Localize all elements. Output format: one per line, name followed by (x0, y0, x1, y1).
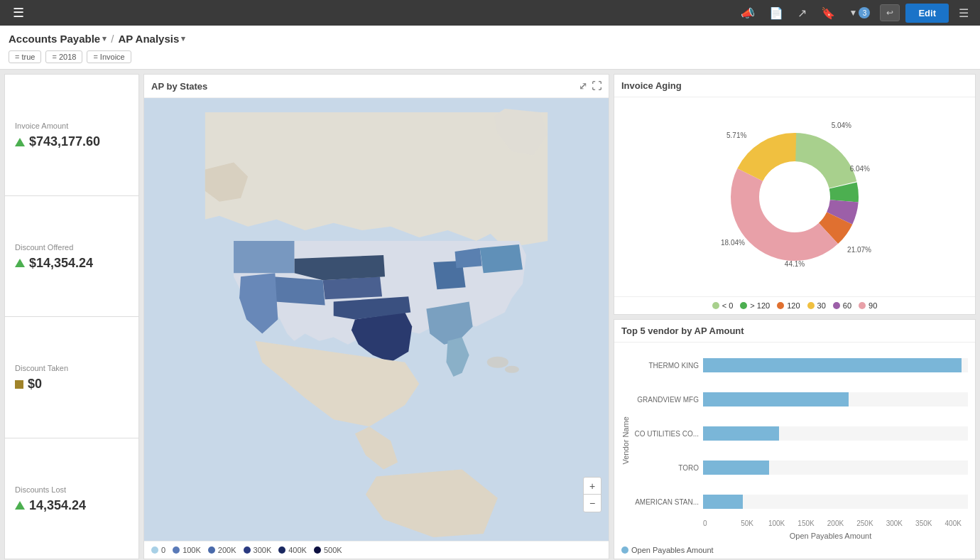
legend-label-0: 0 (161, 546, 165, 554)
aging-legend-120: 120 (777, 301, 800, 310)
map-fullscreen-icon[interactable]: ⛶ (592, 80, 601, 92)
bar-track-thermo (703, 358, 968, 372)
x-tick-400k: 400K (939, 519, 968, 527)
bar-label-thermo: THERMO KING (631, 362, 699, 370)
toolbar-left: ☰ (7, 2, 30, 23)
svg-point-2 (505, 366, 519, 373)
map-resize-icon[interactable]: ⤢ (579, 80, 587, 92)
aging-legend-60: 60 (833, 301, 851, 310)
megaphone-icon[interactable]: 📣 (736, 4, 759, 23)
breadcrumb: Accounts Payable ▾ / AP Analysis ▾ (9, 33, 971, 45)
x-axis-label: Open Payables Amount (693, 532, 968, 540)
kpi-discount-taken-label: Discount Taken (15, 364, 129, 372)
bar-chart: THERMO KING GRANDVIEW MFG (631, 350, 968, 519)
legend-dot-100k (173, 546, 180, 554)
x-tick-200k: 200K (821, 519, 850, 527)
kpi-discount-taken-value: $0 (15, 377, 129, 392)
aging-label-90: 90 (869, 301, 877, 310)
toolbar: ☰ 📣 📄 ↗ 🔖 ▼ 3 ↩ Edit ☰ (0, 0, 980, 26)
donut-label-lt0: 21.07% (847, 246, 871, 254)
menu-extra-icon[interactable]: ☰ (954, 4, 973, 23)
legend-label-500k: 500K (324, 546, 342, 554)
bar-track-american (703, 495, 968, 509)
bar-label-grandview: GRANDVIEW MFG (631, 396, 699, 404)
map-svg (144, 98, 609, 541)
x-tick-150k: 150K (791, 519, 820, 527)
legend-label-100k: 100K (183, 546, 201, 554)
y-axis-label: Vendor Name (621, 350, 631, 532)
bar-row-american: AMERICAN STAN... (631, 485, 968, 518)
edit-button[interactable]: Edit (905, 4, 949, 23)
x-tick-300k: 300K (880, 519, 909, 527)
legend-dot-500k (314, 546, 321, 554)
vendor-legend-dot (621, 546, 628, 554)
filter-chip-true[interactable]: = true (9, 50, 41, 63)
zoom-out-button[interactable]: − (584, 495, 601, 512)
x-axis-ticks: 0 50K 100K 150K 200K 250K 300K 350K 400K (703, 518, 968, 529)
aging-label-lt0: < 0 (722, 301, 734, 310)
zoom-in-button[interactable]: + (584, 478, 601, 495)
aging-dot-120 (777, 302, 784, 309)
legend-dot-300k (244, 546, 251, 554)
x-tick-250k: 250K (850, 519, 879, 527)
kpi-discount-offered: Discount Offered $14,354.24 (5, 196, 138, 318)
hamburger-menu-icon[interactable]: ☰ (7, 2, 30, 23)
legend-label-400k: 400K (288, 546, 307, 554)
bar-track-grandview (703, 392, 968, 406)
map-panel: AP by States ⤢ ⛶ (143, 74, 609, 559)
aging-panel-header: Invoice Aging (614, 75, 975, 97)
donut-hole (763, 165, 827, 229)
undo-button[interactable]: ↩ (880, 4, 900, 21)
breadcrumb-separator: / (111, 33, 114, 45)
document-icon[interactable]: 📄 (765, 4, 788, 23)
bookmark-icon[interactable]: 🔖 (817, 4, 839, 23)
kpi-discount-offered-value: $14,354.24 (15, 256, 129, 271)
discounts-lost-up-icon (15, 501, 25, 510)
aging-title: Invoice Aging (621, 80, 682, 91)
vendor-title: Top 5 vendor by AP Amount (621, 325, 744, 336)
filter-button[interactable]: ▼ 3 (845, 4, 875, 21)
aging-dot-lt0 (712, 302, 719, 309)
breadcrumb-page[interactable]: AP Analysis ▾ (118, 33, 185, 45)
bar-row-coutilities: CO UTILITIES CO... (631, 417, 968, 450)
aging-dot-90 (859, 302, 866, 309)
kpi-discounts-lost-value: 14,354.24 (15, 498, 129, 513)
aging-legend-lt0: < 0 (712, 301, 734, 310)
x-tick-100k: 100K (762, 519, 791, 527)
aging-legend-30: 30 (807, 301, 826, 310)
vendor-legend-item: Open Payables Amount (621, 546, 714, 554)
map-container[interactable]: + − (144, 98, 609, 541)
donut-label-120: 5.71% (726, 131, 746, 139)
vendor-legend: Open Payables Amount (614, 543, 975, 559)
legend-item-300k: 300K (244, 546, 272, 554)
legend-dot-200k (208, 546, 215, 554)
filter-chip-invoice[interactable]: = Invoice (87, 50, 131, 63)
aging-legend: < 0 > 120 120 30 60 (614, 296, 975, 314)
bar-fill-grandview (703, 392, 849, 406)
aging-legend-gt120: > 120 (740, 301, 770, 310)
filter-chip-2018[interactable]: = 2018 (45, 50, 82, 63)
kpi-invoice-amount: Invoice Amount $743,177.60 (5, 75, 138, 196)
bar-row-toro: TORO (631, 451, 968, 484)
bar-chart-inner: THERMO KING GRANDVIEW MFG (631, 350, 968, 532)
legend-item-400k: 400K (278, 546, 307, 554)
breadcrumb-app[interactable]: Accounts Payable ▾ (9, 33, 107, 45)
invoice-up-icon (15, 138, 25, 146)
donut-label-30: 6.04% (850, 165, 870, 173)
aging-dot-30 (807, 302, 815, 309)
vendor-panel-header: Top 5 vendor by AP Amount (614, 320, 975, 343)
bar-fill-thermo (703, 358, 962, 372)
bar-row-grandview: GRANDVIEW MFG (631, 383, 968, 416)
aging-label-60: 60 (843, 301, 851, 310)
aging-label-gt120: > 120 (750, 301, 770, 310)
bar-area: Vendor Name THERMO KING (621, 350, 968, 532)
discount-taken-square-icon (15, 380, 23, 389)
x-tick-0: 0 (703, 519, 732, 527)
app-dropdown-icon: ▾ (102, 34, 107, 43)
kpi-panel: Invoice Amount $743,177.60 Discount Offe… (4, 74, 139, 559)
right-panel: Invoice Aging (614, 74, 976, 559)
filter-count: 3 (859, 7, 870, 18)
export-icon[interactable]: ↗ (793, 4, 811, 23)
bar-row-thermo: THERMO KING (631, 350, 968, 382)
kpi-invoice-value: $743,177.60 (15, 134, 129, 149)
